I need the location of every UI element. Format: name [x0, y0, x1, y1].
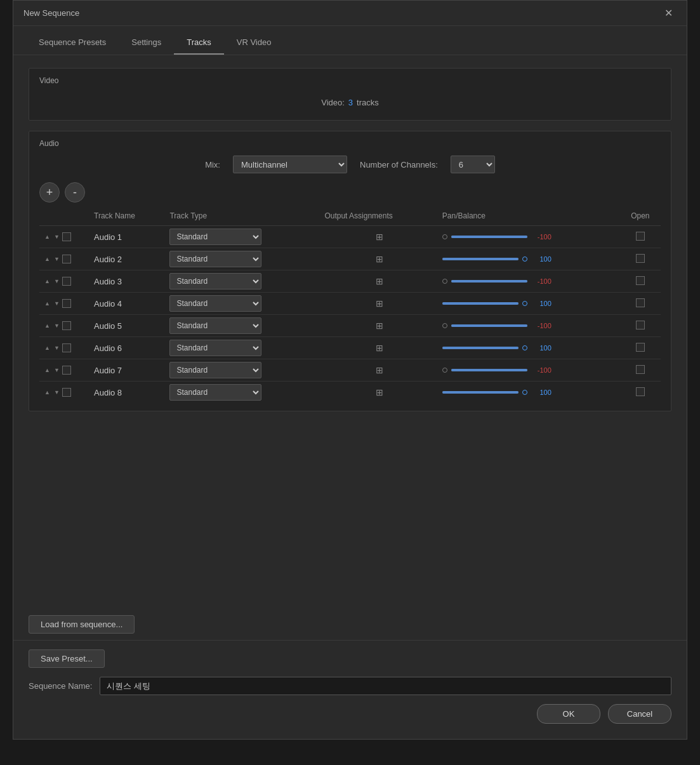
row-down-button[interactable]: ▼	[53, 300, 61, 307]
close-button[interactable]: ✕	[661, 7, 677, 20]
open-checkbox[interactable]	[636, 321, 645, 329]
output-cell: ⊞	[320, 270, 438, 293]
row-solo-checkbox[interactable]	[62, 343, 71, 352]
row-solo-checkbox[interactable]	[62, 255, 71, 263]
row-solo-checkbox[interactable]	[62, 366, 71, 375]
row-down-button[interactable]: ▼	[53, 367, 61, 374]
pan-slider[interactable]	[442, 391, 518, 394]
track-type-select[interactable]: StandardMono5.1Adaptive	[169, 295, 261, 312]
pan-slider[interactable]	[451, 236, 527, 238]
save-preset-button[interactable]: Save Preset...	[29, 649, 105, 668]
ok-button[interactable]: OK	[537, 704, 600, 724]
track-name-cell: Audio 5	[90, 315, 166, 337]
tab-sequence-presets[interactable]: Sequence Presets	[26, 32, 119, 55]
pan-dot	[522, 256, 527, 262]
pan-value: 100	[531, 300, 551, 307]
row-down-button[interactable]: ▼	[53, 256, 61, 263]
row-solo-checkbox[interactable]	[62, 232, 71, 241]
open-cell	[620, 315, 661, 337]
track-type-cell[interactable]: StandardMono5.1Adaptive	[166, 293, 320, 315]
table-row: ▲ ▼ Audio 5StandardMono5.1Adaptive⊞ -100	[39, 315, 661, 337]
open-checkbox[interactable]	[636, 276, 645, 285]
content-area: Video Video: 3 tracks Audio Mix: Multich…	[13, 55, 687, 609]
pan-value: -100	[531, 277, 551, 285]
sequence-name-input[interactable]	[100, 677, 671, 695]
pan-slider[interactable]	[442, 302, 518, 305]
track-type-select[interactable]: StandardMono5.1Adaptive	[169, 273, 261, 289]
row-down-button[interactable]: ▼	[53, 278, 61, 285]
track-type-select[interactable]: StandardMono5.1Adaptive	[169, 229, 261, 245]
open-checkbox[interactable]	[636, 343, 645, 352]
row-solo-checkbox[interactable]	[62, 277, 71, 286]
tab-settings[interactable]: Settings	[119, 32, 174, 55]
add-track-button[interactable]: +	[39, 182, 60, 203]
row-up-button[interactable]: ▲	[43, 256, 51, 263]
row-controls-cell: ▲ ▼	[39, 337, 90, 359]
video-track-count: 3	[348, 98, 353, 107]
track-type-select[interactable]: StandardMono5.1Adaptive	[169, 362, 261, 378]
row-up-button[interactable]: ▲	[43, 278, 51, 285]
audio-controls: Mix: Multichannel Stereo 5.1 Adaptive Nu…	[39, 156, 661, 173]
track-type-select[interactable]: StandardMono5.1Adaptive	[169, 317, 261, 334]
track-type-cell[interactable]: StandardMono5.1Adaptive	[166, 315, 320, 337]
pan-slider[interactable]	[451, 324, 527, 327]
row-solo-checkbox[interactable]	[62, 321, 71, 330]
col-pan: Pan/Balance	[439, 209, 620, 226]
row-controls-cell: ▲ ▼	[39, 315, 90, 337]
track-name-cell: Audio 2	[90, 248, 166, 270]
tab-bar: Sequence Presets Settings Tracks VR Vide…	[13, 26, 687, 55]
row-up-button[interactable]: ▲	[43, 234, 51, 241]
pan-dot	[442, 323, 447, 328]
col-open: Open	[620, 209, 661, 226]
row-up-button[interactable]: ▲	[43, 323, 51, 329]
mix-select[interactable]: Multichannel Stereo 5.1 Adaptive	[233, 156, 347, 173]
pan-slider[interactable]	[451, 369, 527, 371]
row-solo-checkbox[interactable]	[62, 299, 71, 308]
pan-slider[interactable]	[442, 347, 518, 349]
open-checkbox[interactable]	[636, 232, 645, 241]
track-type-cell[interactable]: StandardMono5.1Adaptive	[166, 337, 320, 359]
track-type-select[interactable]: StandardMono5.1Adaptive	[169, 384, 261, 401]
channels-select[interactable]: 2 4 6 8	[451, 156, 495, 173]
audio-section: Audio Mix: Multichannel Stereo 5.1 Adapt…	[29, 131, 671, 411]
row-solo-checkbox[interactable]	[62, 388, 71, 397]
pan-dot	[522, 301, 527, 306]
row-down-button[interactable]: ▼	[53, 234, 61, 241]
tab-tracks[interactable]: Tracks	[174, 32, 224, 55]
track-type-cell[interactable]: StandardMono5.1Adaptive	[166, 248, 320, 270]
pan-slider[interactable]	[442, 258, 518, 260]
load-from-sequence-button[interactable]: Load from sequence...	[29, 615, 135, 634]
pan-slider[interactable]	[451, 280, 527, 283]
channels-label: Number of Channels:	[360, 160, 438, 170]
tab-vr-video[interactable]: VR Video	[224, 32, 284, 55]
row-up-button[interactable]: ▲	[43, 345, 51, 352]
table-row: ▲ ▼ Audio 2StandardMono5.1Adaptive⊞ 100	[39, 248, 661, 270]
track-type-select[interactable]: StandardMono5.1Adaptive	[169, 340, 261, 356]
open-checkbox[interactable]	[636, 365, 645, 374]
track-name: Audio 6	[94, 343, 122, 353]
row-down-button[interactable]: ▼	[53, 323, 61, 329]
row-up-button[interactable]: ▲	[43, 367, 51, 374]
track-type-cell[interactable]: StandardMono5.1Adaptive	[166, 359, 320, 382]
table-row: ▲ ▼ Audio 8StandardMono5.1Adaptive⊞ 100	[39, 382, 661, 404]
cancel-button[interactable]: Cancel	[608, 704, 671, 724]
track-name: Audio 7	[94, 366, 122, 375]
open-cell	[620, 382, 661, 404]
col-controls	[39, 209, 90, 226]
track-type-cell[interactable]: StandardMono5.1Adaptive	[166, 382, 320, 404]
open-checkbox[interactable]	[636, 387, 645, 396]
remove-track-button[interactable]: -	[65, 182, 85, 203]
open-checkbox[interactable]	[636, 298, 645, 307]
row-up-button[interactable]: ▲	[43, 389, 51, 396]
row-down-button[interactable]: ▼	[53, 345, 61, 352]
track-type-cell[interactable]: StandardMono5.1Adaptive	[166, 270, 320, 293]
table-row: ▲ ▼ Audio 4StandardMono5.1Adaptive⊞ 100	[39, 293, 661, 315]
row-down-button[interactable]: ▼	[53, 389, 61, 396]
output-icon: ⊞	[324, 387, 434, 397]
row-up-button[interactable]: ▲	[43, 300, 51, 307]
track-name-cell: Audio 1	[90, 226, 166, 248]
track-type-select[interactable]: StandardMono5.1Adaptive	[169, 251, 261, 267]
new-sequence-dialog: New Sequence ✕ Sequence Presets Settings…	[13, 0, 687, 740]
open-checkbox[interactable]	[636, 254, 645, 263]
track-type-cell[interactable]: StandardMono5.1Adaptive	[166, 226, 320, 248]
